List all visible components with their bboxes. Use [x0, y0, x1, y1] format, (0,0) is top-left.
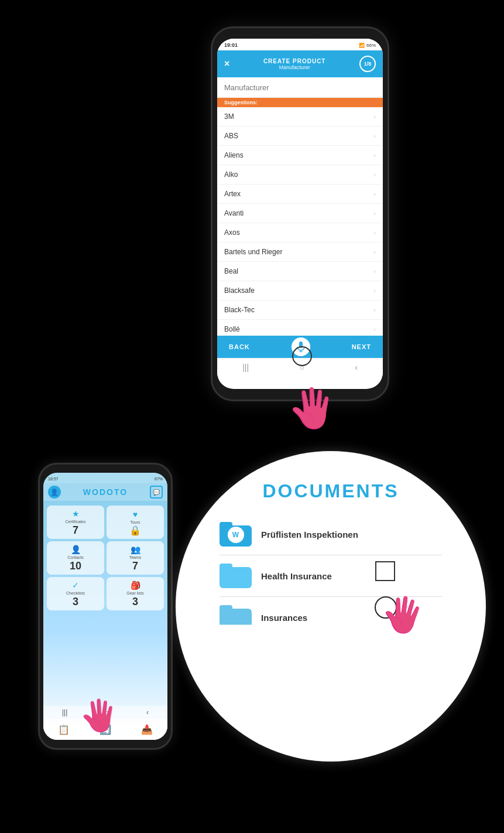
chevron-right-icon: ›: [373, 113, 376, 120]
list-item[interactable]: Black-Tec›: [217, 301, 383, 320]
tours-label: Tours: [130, 520, 140, 524]
phone2-status-bar: 18:57 67%: [43, 473, 167, 483]
hand-cursor: 🖐: [289, 386, 336, 431]
list-item[interactable]: Aliens›: [217, 146, 383, 165]
suggestions-label: Suggestions:: [217, 98, 383, 107]
phone2-notch: [94, 465, 117, 472]
chevron-right-icon: ›: [373, 326, 376, 333]
phone1-device: 19:01 📶 66% × CREATE PRODUCT Manufacture…: [211, 26, 389, 401]
tab-inbox-icon[interactable]: 📥: [141, 724, 153, 735]
gearlists-label: Gear lists: [126, 591, 144, 595]
dashboard-grid: ★ Certificates 7 ♥ Tours 🔒 👤 Contacts 10…: [43, 503, 167, 613]
contacts-count: 10: [70, 560, 81, 572]
tours-icon: ♥: [133, 510, 138, 519]
list-item[interactable]: Artex›: [217, 185, 383, 204]
status-time: 18:57: [48, 477, 59, 481]
list-item[interactable]: Beal›: [217, 262, 383, 281]
chevron-right-icon: ›: [373, 190, 376, 197]
certificates-count: 7: [73, 524, 78, 537]
list-item[interactable]: 3M›: [217, 107, 383, 127]
phone2-app-header: 👤 WODOTO 💬: [43, 483, 167, 501]
battery-icon: 66%: [366, 43, 376, 48]
contacts-icon: 👤: [71, 545, 81, 554]
status-icons: 📶 66%: [359, 43, 376, 48]
battery-status: 67%: [155, 477, 163, 481]
user-avatar[interactable]: 👤: [48, 486, 61, 499]
app-header: × CREATE PRODUCT Manufacturer 1/8: [217, 50, 383, 77]
folder-logo: W: [228, 527, 244, 543]
tours-lock: 🔒: [129, 525, 141, 536]
header-main-title: CREATE PRODUCT: [263, 58, 326, 64]
chevron-right-icon: ›: [373, 268, 376, 275]
status-time: 19:01: [224, 42, 238, 48]
chevron-right-icon: ›: [373, 171, 376, 178]
documents-panel: DOCUMENTS W Prüflisten Inspektionen Heal…: [176, 451, 486, 762]
chevron-right-icon: ›: [373, 210, 376, 217]
nav-back-icon[interactable]: |||: [242, 363, 249, 372]
folder-icon-3: [220, 605, 252, 630]
list-item[interactable]: ABS›: [217, 127, 383, 146]
document-item-2[interactable]: Health Insurance: [220, 555, 442, 597]
chevron-right-icon: ›: [373, 248, 376, 255]
document-item-1[interactable]: W Prüflisten Inspektionen: [220, 514, 442, 555]
phone1-screen: 19:01 📶 66% × CREATE PRODUCT Manufacture…: [217, 39, 383, 389]
back-button[interactable]: BACK: [229, 343, 250, 350]
folder-icon-1: W: [220, 522, 252, 547]
gearlists-icon: 🎒: [131, 581, 140, 590]
manufacturer-search-input[interactable]: [224, 83, 376, 92]
hand-cursor-3: 🖐: [382, 595, 424, 634]
list-item[interactable]: Alko›: [217, 165, 383, 185]
list-item[interactable]: Bollé›: [217, 320, 383, 336]
nav-back[interactable]: |||: [62, 708, 67, 716]
list-item[interactable]: Blacksafe›: [217, 281, 383, 301]
contacts-label: Contacts: [67, 555, 84, 559]
folder-icon-2: [220, 564, 252, 588]
checklists-tile[interactable]: ✓ Checklists 3: [47, 577, 104, 610]
tab-docs-icon[interactable]: 📋: [58, 724, 70, 735]
status-bar: 19:01 📶 66%: [217, 39, 383, 50]
header-sub-title: Manufacturer: [263, 64, 326, 70]
certificates-label: Certificates: [65, 520, 85, 524]
certificates-icon: ★: [72, 509, 80, 518]
wifi-icon: 📶: [359, 43, 365, 48]
chevron-right-icon: ›: [373, 152, 376, 159]
certificates-tile[interactable]: ★ Certificates 7: [47, 506, 104, 539]
list-item[interactable]: Bartels und Rieger›: [217, 243, 383, 262]
teams-count: 7: [132, 560, 138, 572]
header-title-block: CREATE PRODUCT Manufacturer: [263, 58, 326, 70]
tours-tile[interactable]: ♥ Tours 🔒: [107, 506, 164, 539]
chevron-right-icon: ›: [373, 287, 376, 294]
hand-cursor-2: 🖐: [80, 698, 118, 733]
nav-recent[interactable]: ‹: [146, 708, 149, 716]
teams-label: Teams: [129, 555, 142, 559]
document-name-1: Prüflisten Inspektionen: [261, 530, 358, 540]
step-indicator: 1/8: [359, 56, 376, 72]
document-name-2: Health Insurance: [261, 571, 332, 581]
list-item[interactable]: Avanti›: [217, 204, 383, 223]
close-button[interactable]: ×: [224, 59, 229, 69]
checklists-icon: ✓: [72, 581, 79, 590]
chevron-right-icon: ›: [373, 306, 376, 313]
document-name-3: Insurances: [261, 613, 307, 623]
nav-recent-icon[interactable]: ‹: [355, 363, 358, 372]
teams-tile[interactable]: 👥 Teams 7: [107, 541, 164, 575]
gearlists-tile[interactable]: 🎒 Gear lists 3: [107, 577, 164, 610]
next-button[interactable]: NEXT: [352, 343, 371, 350]
documents-title: DOCUMENTS: [262, 480, 399, 502]
manufacturer-list: 3M› ABS› Aliens› Alko› Artex› Avanti› Ax…: [217, 107, 383, 336]
chevron-right-icon: ›: [373, 229, 376, 236]
phone1-frame: 19:01 📶 66% × CREATE PRODUCT Manufacture…: [211, 26, 389, 401]
checklists-label: Checklists: [66, 591, 85, 595]
gearlists-count: 3: [132, 596, 138, 608]
list-item[interactable]: Axos›: [217, 223, 383, 243]
search-bar[interactable]: [217, 77, 383, 98]
mic-circle-indicator: [292, 346, 312, 366]
contacts-tile[interactable]: 👤 Contacts 10: [47, 541, 104, 575]
app-logo: WODOTO: [83, 487, 128, 497]
phone1-notch: [283, 28, 318, 36]
phone2-device: 18:57 67% 👤 WODOTO 💬 ★ Certificates 7 ♥ …: [38, 463, 173, 750]
checklists-count: 3: [73, 596, 78, 608]
chat-button[interactable]: 💬: [150, 486, 163, 499]
teams-icon: 👥: [131, 545, 140, 554]
chevron-right-icon: ›: [373, 132, 376, 139]
